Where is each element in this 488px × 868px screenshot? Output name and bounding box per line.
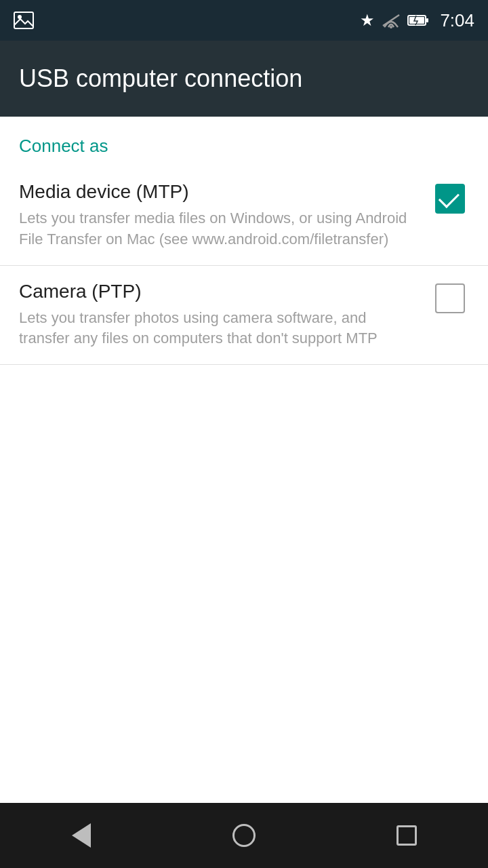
recents-button[interactable]	[380, 815, 434, 856]
home-icon	[232, 824, 256, 847]
svg-rect-0	[14, 12, 33, 28]
section-title: Connect as	[19, 136, 108, 156]
mtp-option-title: Media device (MTP)	[19, 181, 418, 203]
battery-icon	[407, 14, 429, 27]
app-bar: USB computer connection	[0, 41, 488, 117]
svg-rect-5	[426, 18, 428, 22]
recents-icon	[396, 825, 417, 846]
image-icon	[14, 12, 34, 29]
ptp-option-row[interactable]: Camera (PTP) Lets you transfer photos us…	[0, 266, 488, 366]
status-bar-right-icons: ★ 7:04	[360, 10, 474, 31]
status-time: 7:04	[440, 10, 474, 31]
page-title: USB computer connection	[19, 64, 302, 93]
svg-point-1	[18, 15, 22, 19]
back-button[interactable]	[54, 815, 108, 856]
ptp-option-text: Camera (PTP) Lets you transfer photos us…	[19, 281, 431, 350]
status-bar: ★ 7:04	[0, 0, 488, 41]
ptp-checkbox-container[interactable]	[431, 281, 469, 319]
section-header: Connect as	[0, 117, 488, 166]
star-icon: ★	[360, 11, 375, 30]
svg-point-2	[390, 26, 392, 28]
mtp-option-desc: Lets you transfer media files on Windows…	[19, 208, 418, 250]
back-icon	[72, 823, 91, 848]
mtp-option-text: Media device (MTP) Lets you transfer med…	[19, 181, 431, 250]
mtp-checkbox-container[interactable]	[431, 181, 469, 219]
navigation-bar	[0, 803, 488, 868]
ptp-option-desc: Lets you transfer photos using camera so…	[19, 308, 418, 350]
mtp-checkbox-checked[interactable]	[435, 184, 465, 214]
status-bar-left-icons	[14, 0, 34, 41]
home-button[interactable]	[217, 815, 271, 856]
content-area: Connect as Media device (MTP) Lets you t…	[0, 117, 488, 365]
ptp-option-title: Camera (PTP)	[19, 281, 418, 302]
mtp-option-row[interactable]: Media device (MTP) Lets you transfer med…	[0, 166, 488, 266]
ptp-checkbox-unchecked[interactable]	[435, 283, 465, 313]
no-signal-icon	[382, 12, 401, 28]
